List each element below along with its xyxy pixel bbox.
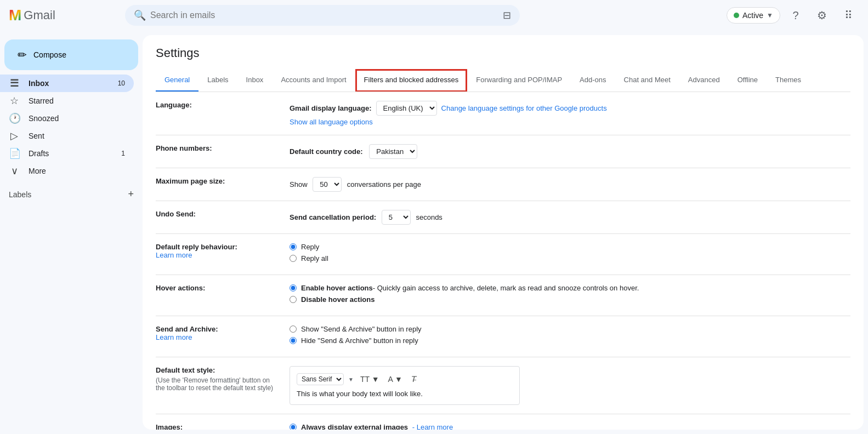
settings-row-images: Images: Always display external images -… xyxy=(156,414,850,430)
tab-offline[interactable]: Offline xyxy=(729,69,767,92)
send-archive-show-radio[interactable] xyxy=(290,326,297,333)
search-bar[interactable]: 🔍 ⊟ xyxy=(125,5,520,26)
remove-formatting-button[interactable]: 𝘛̶ xyxy=(409,373,418,385)
sidebar-item-label: Snoozed xyxy=(29,114,125,123)
page-size-label: Maximum page size: xyxy=(156,177,276,192)
page-size-select[interactable]: 50 25 10 xyxy=(313,177,342,192)
help-button[interactable]: ? xyxy=(785,4,807,26)
search-filter-icon[interactable]: ⊟ xyxy=(503,9,511,21)
reply-behaviour-learn-more[interactable]: Learn more xyxy=(156,251,192,259)
active-label: Active xyxy=(742,11,763,20)
tab-labels[interactable]: Labels xyxy=(198,69,237,92)
page-size-content: Show 50 25 10 conversations per page xyxy=(290,177,850,192)
page-size-suffix: conversations per page xyxy=(347,180,421,189)
hover-enable-radio[interactable] xyxy=(290,284,297,292)
settings-button[interactable]: ⚙ xyxy=(811,4,833,26)
reply-radio[interactable] xyxy=(290,243,297,250)
settings-tabs: General Labels Inbox Accounts and Import… xyxy=(156,69,850,92)
tab-general[interactable]: General xyxy=(156,69,198,92)
images-learn-more-link[interactable]: - Learn more xyxy=(412,423,453,430)
compose-label: Compose xyxy=(33,50,66,59)
tab-addons[interactable]: Add-ons xyxy=(571,69,615,92)
text-color-button[interactable]: A ▼ xyxy=(386,374,405,385)
text-style-content: Sans Serif ▼ TT ▼ A ▼ 𝘛̶ This is what yo… xyxy=(290,366,850,405)
settings-row-phone: Phone numbers: Default country code: Pak… xyxy=(156,135,850,168)
labels-header: Labels + xyxy=(0,184,143,204)
reply-all-radio[interactable] xyxy=(290,255,297,262)
reply-option-reply: Reply xyxy=(290,243,850,251)
tab-themes[interactable]: Themes xyxy=(767,69,810,92)
language-content: Gmail display language: English (UK) Cha… xyxy=(290,101,850,126)
reply-behaviour-content: Reply Reply all xyxy=(290,243,850,266)
hover-disable-option: Disable hover actions xyxy=(290,295,850,304)
reply-all-label: Reply all xyxy=(301,254,328,262)
main-content: Settings General Labels Inbox Accounts a… xyxy=(143,35,864,430)
apps-button[interactable]: ⠿ xyxy=(837,4,859,26)
snoozed-icon: 🕐 xyxy=(9,112,20,124)
more-chevron-icon: ∨ xyxy=(9,165,20,177)
text-style-sublabel: (Use the 'Remove formatting' button on t… xyxy=(156,376,276,392)
undo-send-select[interactable]: 5 10 20 30 xyxy=(382,210,411,225)
tab-advanced[interactable]: Advanced xyxy=(679,69,729,92)
sidebar-item-label: Starred xyxy=(29,96,125,105)
sidebar-item-inbox[interactable]: ☰ Inbox 10 xyxy=(0,75,134,92)
sidebar-item-label: Drafts xyxy=(29,149,112,158)
phone-label: Phone numbers: xyxy=(156,144,276,159)
text-style-preview: This is what your body text will look li… xyxy=(297,390,513,398)
inbox-icon: ☰ xyxy=(9,77,20,89)
sidebar-item-label: More xyxy=(29,167,125,175)
language-label: Language: xyxy=(156,101,276,126)
show-all-languages-link[interactable]: Show all language options xyxy=(290,118,850,126)
inbox-count: 10 xyxy=(118,79,125,87)
settings-row-undo-send: Undo Send: Send cancellation period: 5 1… xyxy=(156,201,850,234)
country-code-select[interactable]: Pakistan xyxy=(369,144,417,159)
tab-filters[interactable]: Filters and blocked addresses xyxy=(355,69,468,92)
send-archive-learn-more[interactable]: Learn more xyxy=(156,333,192,341)
phone-default-label: Default country code: xyxy=(290,147,363,156)
undo-send-suffix: seconds xyxy=(416,213,442,221)
tab-chat[interactable]: Chat and Meet xyxy=(615,69,679,92)
send-archive-content: Show "Send & Archive" button in reply Hi… xyxy=(290,325,850,348)
search-input[interactable] xyxy=(150,10,498,20)
language-display-label: Gmail display language: xyxy=(290,104,372,112)
send-archive-show-option: Show "Send & Archive" button in reply xyxy=(290,325,850,333)
undo-send-prefix: Send cancellation period: xyxy=(290,213,376,221)
reply-behaviour-label: Default reply behaviour: Learn more xyxy=(156,243,276,266)
images-content: Always display external images - Learn m… xyxy=(290,423,850,430)
sidebar: ✏ Compose ☰ Inbox 10 ☆ Starred 🕐 Snoozed… xyxy=(0,31,143,434)
sent-icon: ▷ xyxy=(9,130,20,142)
compose-button[interactable]: ✏ Compose xyxy=(4,39,138,70)
settings-row-language: Language: Gmail display language: Englis… xyxy=(156,92,850,135)
language-select[interactable]: English (UK) xyxy=(376,101,437,116)
tab-accounts[interactable]: Accounts and Import xyxy=(272,69,355,92)
sidebar-item-label: Sent xyxy=(29,132,125,140)
tab-inbox[interactable]: Inbox xyxy=(237,69,273,92)
add-label-button[interactable]: + xyxy=(128,189,134,200)
sidebar-item-starred[interactable]: ☆ Starred xyxy=(0,92,134,110)
send-archive-hide-label: Hide "Send & Archive" button in reply xyxy=(301,336,418,345)
sidebar-item-sent[interactable]: ▷ Sent xyxy=(0,127,134,145)
change-language-link[interactable]: Change language settings for other Googl… xyxy=(441,104,607,112)
hover-actions-content: Enable hover actions- Quickly gain acces… xyxy=(290,284,850,307)
settings-container: Settings General Labels Inbox Accounts a… xyxy=(143,35,864,430)
send-archive-show-label: Show "Send & Archive" button in reply xyxy=(301,325,422,333)
sidebar-item-drafts[interactable]: 📄 Drafts 1 xyxy=(0,145,134,162)
text-style-toolbar: Sans Serif ▼ TT ▼ A ▼ 𝘛̶ xyxy=(297,373,513,385)
send-archive-hide-radio[interactable] xyxy=(290,337,297,344)
sidebar-item-snoozed[interactable]: 🕐 Snoozed xyxy=(0,110,134,127)
settings-row-send-archive: Send and Archive: Learn more Show "Send … xyxy=(156,316,850,357)
sidebar-item-more[interactable]: ∨ More xyxy=(0,162,134,180)
drafts-count: 1 xyxy=(121,150,125,157)
phone-content: Default country code: Pakistan xyxy=(290,144,850,159)
active-status-button[interactable]: Active ▼ xyxy=(727,7,780,24)
chevron-down-icon: ▼ xyxy=(348,376,354,382)
hover-disable-label: Disable hover actions xyxy=(301,295,375,304)
tab-forwarding[interactable]: Forwarding and POP/IMAP xyxy=(467,69,571,92)
topbar-right: Active ▼ ? ⚙ ⠿ xyxy=(727,4,859,26)
font-select[interactable]: Sans Serif xyxy=(297,373,344,385)
hover-disable-radio[interactable] xyxy=(290,296,297,303)
images-always-radio[interactable] xyxy=(290,424,297,430)
layout: ✏ Compose ☰ Inbox 10 ☆ Starred 🕐 Snoozed… xyxy=(0,31,868,434)
text-size-button[interactable]: TT ▼ xyxy=(358,374,382,385)
text-style-editor: Sans Serif ▼ TT ▼ A ▼ 𝘛̶ This is what yo… xyxy=(290,366,520,405)
